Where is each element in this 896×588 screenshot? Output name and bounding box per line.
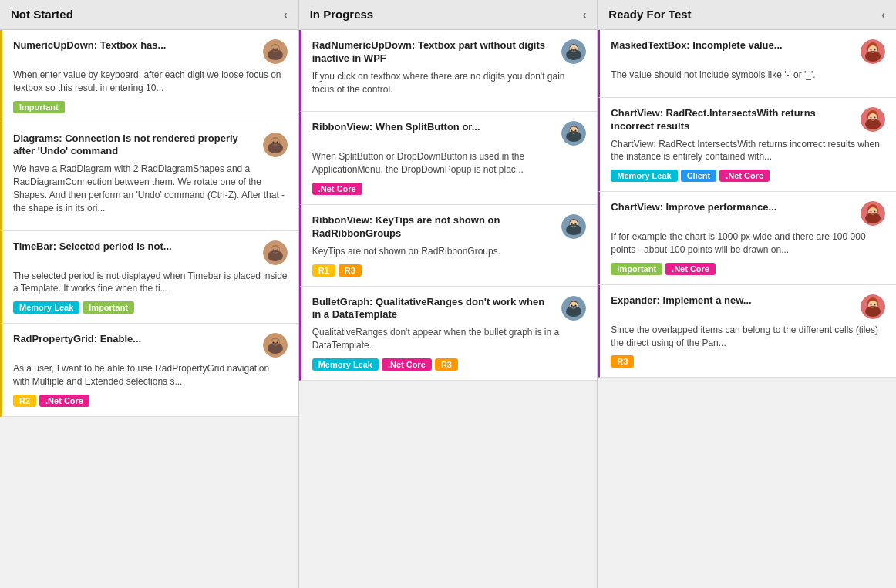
card-tags-card-1: Important <box>13 101 288 113</box>
tag-tag-memory-leak[interactable]: Memory Leak <box>13 301 79 314</box>
svg-point-70 <box>871 304 872 305</box>
card-card-5[interactable]: RadNumericUpDown: Textbox part without d… <box>299 30 598 112</box>
cards-list-ready-for-test: MaskedTextBox: Incomplete value... The v… <box>598 30 896 588</box>
card-body-card-3: The selected period is not displayed whe… <box>13 270 288 296</box>
card-tags-card-3: Memory LeakImportant <box>13 301 288 314</box>
cards-list-in-progress: RadNumericUpDown: Textbox part without d… <box>299 30 598 588</box>
avatar-card-3 <box>263 240 288 265</box>
svg-point-16 <box>272 249 274 250</box>
card-card-9[interactable]: MaskedTextBox: Incomplete value... The v… <box>598 30 896 98</box>
avatar-card-4 <box>263 333 288 358</box>
avatar-card-11 <box>861 201 885 226</box>
card-tags-card-7: R1R3 <box>312 264 587 277</box>
svg-point-59 <box>874 116 876 118</box>
svg-point-47 <box>575 304 577 306</box>
card-header-card-10: ChartView: RadRect.IntersectsWith return… <box>611 107 885 133</box>
svg-point-65 <box>874 211 876 213</box>
avatar-card-10 <box>861 107 885 132</box>
card-body-card-5: If you click on textbox where there are … <box>312 70 587 96</box>
card-body-card-12: Since the overlapped items can belong to… <box>611 324 885 350</box>
tag-tag-net-core[interactable]: .Net Core <box>382 358 432 371</box>
svg-point-21 <box>268 343 283 354</box>
card-body-card-11: If for example the chart is 1000 px wide… <box>611 230 885 257</box>
svg-point-53 <box>874 49 876 51</box>
card-card-11[interactable]: ChartView: Improve performance... If for… <box>598 192 896 285</box>
card-card-2[interactable]: Diagrams: Connection is not rendered pro… <box>0 123 298 231</box>
tag-tag-r2[interactable]: R2 <box>13 395 36 407</box>
tag-tag-memory-leak[interactable]: Memory Leak <box>312 358 379 371</box>
card-title-card-7: RibbonView: KeyTips are not shown on Rad… <box>312 214 562 240</box>
card-card-12[interactable]: Expander: Implement a new... Since the o… <box>598 285 896 378</box>
tag-tag-net-core[interactable]: .Net Core <box>719 170 770 182</box>
card-title-card-12: Expander: Implement a new... <box>611 294 861 307</box>
card-body-card-4: As a user, I want to be able to use RadP… <box>13 362 288 388</box>
svg-point-28 <box>571 49 573 50</box>
svg-point-3 <box>268 49 283 60</box>
card-card-7[interactable]: RibbonView: KeyTips are not shown on Rad… <box>299 205 598 287</box>
card-card-3[interactable]: TimeBar: Selected period is not... The s… <box>0 231 298 324</box>
svg-point-33 <box>566 131 581 142</box>
column-ready-for-test: Ready For Test‹MaskedTextBox: Incomplete… <box>598 0 896 588</box>
svg-point-58 <box>871 116 872 118</box>
tag-tag-r3[interactable]: R3 <box>339 264 362 277</box>
chevron-icon-in-progress[interactable]: ‹ <box>583 8 587 21</box>
tag-tag-r3[interactable]: R3 <box>611 355 634 368</box>
chevron-icon-not-started[interactable]: ‹ <box>284 8 288 21</box>
card-card-4[interactable]: RadPropertyGrid: Enable... As a user, I … <box>0 324 298 417</box>
card-tags-card-10: Memory LeakClient.Net Core <box>611 170 885 182</box>
card-tags-card-6: .Net Core <box>312 183 587 195</box>
card-card-1[interactable]: NumericUpDown: Textbox has... When enter… <box>0 30 298 123</box>
svg-point-52 <box>871 49 872 51</box>
tag-tag-r1[interactable]: R1 <box>312 264 335 277</box>
svg-point-17 <box>276 249 278 250</box>
card-title-card-1: NumericUpDown: Textbox has... <box>13 39 263 52</box>
svg-point-5 <box>276 49 278 50</box>
svg-point-45 <box>566 306 581 317</box>
tag-tag-memory-leak[interactable]: Memory Leak <box>611 170 677 182</box>
avatar-card-2 <box>263 133 288 157</box>
card-body-card-7: KeyTips are not shown on RadRibbonGroups… <box>312 245 587 258</box>
tag-tag-net-core[interactable]: .Net Core <box>312 183 362 195</box>
svg-point-29 <box>575 49 577 50</box>
card-header-card-4: RadPropertyGrid: Enable... <box>13 333 288 358</box>
tag-tag-r3[interactable]: R3 <box>435 358 458 371</box>
column-header-not-started: Not Started‹ <box>0 0 298 30</box>
avatar-card-9 <box>861 39 885 64</box>
card-title-card-6: RibbonView: When SplitButton or... <box>312 121 562 134</box>
tag-tag-net-core[interactable]: .Net Core <box>665 263 716 275</box>
tag-tag-important[interactable]: Important <box>13 101 65 113</box>
svg-point-10 <box>272 141 274 143</box>
card-header-card-9: MaskedTextBox: Incomplete value... <box>611 39 885 64</box>
svg-point-15 <box>268 250 283 261</box>
cards-list-not-started: NumericUpDown: Textbox has... When enter… <box>0 30 298 588</box>
svg-point-46 <box>571 304 573 306</box>
tag-tag-important[interactable]: Important <box>83 301 134 314</box>
card-card-10[interactable]: ChartView: RadRect.IntersectsWith return… <box>598 98 896 192</box>
tag-tag-client[interactable]: Client <box>681 170 717 182</box>
card-body-card-2: We have a RadDiagram with 2 RadDiagramSh… <box>13 163 288 214</box>
card-title-card-5: RadNumericUpDown: Textbox part without d… <box>312 39 562 66</box>
card-header-card-11: ChartView: Improve performance... <box>611 201 885 226</box>
column-header-in-progress: In Progress‹ <box>299 0 598 30</box>
card-title-card-2: Diagrams: Connection is not rendered pro… <box>13 133 263 159</box>
card-title-card-3: TimeBar: Selected period is not... <box>13 240 263 254</box>
card-header-card-1: NumericUpDown: Textbox has... <box>13 39 288 64</box>
card-body-card-9: The value should not include symbols lik… <box>611 69 885 82</box>
svg-point-35 <box>575 130 577 132</box>
svg-point-40 <box>571 223 573 224</box>
avatar-card-6 <box>561 121 586 146</box>
tag-tag-important[interactable]: Important <box>611 263 662 275</box>
svg-point-4 <box>272 49 274 50</box>
card-card-6[interactable]: RibbonView: When SplitButton or... When … <box>299 112 598 205</box>
chevron-icon-ready-for-test[interactable]: ‹ <box>881 8 885 21</box>
card-body-card-8: QualitativeRanges don't appear when the … <box>312 326 587 352</box>
card-body-card-10: ChartView: RadRect.IntersectsWith return… <box>611 138 885 164</box>
avatar-card-12 <box>861 294 885 319</box>
card-header-card-8: BulletGraph: QualitativeRanges don't wor… <box>312 296 587 322</box>
card-card-8[interactable]: BulletGraph: QualitativeRanges don't wor… <box>299 287 598 381</box>
tag-tag-net-core[interactable]: .Net Core <box>39 395 89 407</box>
avatar-card-1 <box>263 39 288 64</box>
column-title-ready-for-test: Ready For Test <box>608 8 691 21</box>
card-header-card-7: RibbonView: KeyTips are not shown on Rad… <box>312 214 587 240</box>
card-header-card-2: Diagrams: Connection is not rendered pro… <box>13 133 288 159</box>
